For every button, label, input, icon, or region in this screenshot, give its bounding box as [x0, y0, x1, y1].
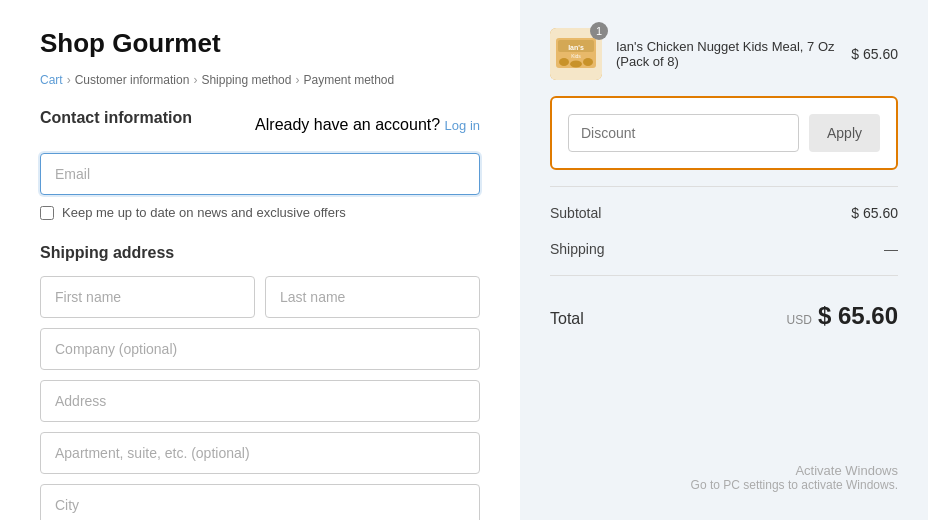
breadcrumb-cart[interactable]: Cart	[40, 73, 63, 87]
shipping-row: Shipping —	[550, 239, 898, 259]
subtotal-label: Subtotal	[550, 205, 601, 221]
svg-text:Kids: Kids	[571, 53, 581, 59]
name-row	[40, 276, 480, 318]
shipping-value: —	[884, 241, 898, 257]
breadcrumb-payment: Payment method	[303, 73, 394, 87]
svg-point-5	[559, 58, 569, 66]
total-row: Total USD $ 65.60	[550, 302, 898, 330]
city-field	[40, 484, 480, 520]
contact-header: Contact information Already have an acco…	[40, 109, 480, 141]
company-field	[40, 328, 480, 370]
breadcrumb-sep-1: ›	[67, 73, 71, 87]
address-field	[40, 380, 480, 422]
address-input[interactable]	[40, 380, 480, 422]
shipping-section: Shipping address Country United States ▼	[40, 244, 480, 520]
discount-input[interactable]	[568, 114, 799, 152]
apt-field	[40, 432, 480, 474]
email-input[interactable]	[40, 153, 480, 195]
breadcrumb-sep-3: ›	[295, 73, 299, 87]
breadcrumb-customer: Customer information	[75, 73, 190, 87]
city-input[interactable]	[40, 484, 480, 520]
product-image-wrap: Ian's Kids 1	[550, 28, 602, 80]
newsletter-checkbox-row: Keep me up to date on news and exclusive…	[40, 205, 480, 220]
product-name: Ian's Chicken Nugget Kids Meal, 7 Oz (Pa…	[616, 39, 837, 69]
apply-button[interactable]: Apply	[809, 114, 880, 152]
total-value: $ 65.60	[818, 302, 898, 330]
newsletter-checkbox[interactable]	[40, 206, 54, 220]
last-name-input[interactable]	[265, 276, 480, 318]
newsletter-label: Keep me up to date on news and exclusive…	[62, 205, 346, 220]
divider-2	[550, 275, 898, 276]
breadcrumb-sep-2: ›	[193, 73, 197, 87]
subtotal-row: Subtotal $ 65.60	[550, 203, 898, 223]
apt-input[interactable]	[40, 432, 480, 474]
breadcrumb: Cart › Customer information › Shipping m…	[40, 73, 480, 87]
activate-subtitle: Go to PC settings to activate Windows.	[550, 478, 898, 492]
activate-windows-notice: Activate Windows Go to PC settings to ac…	[550, 463, 898, 492]
total-currency: USD	[787, 313, 812, 327]
total-label: Total	[550, 310, 584, 328]
already-account-text: Already have an account? Log in	[255, 116, 480, 134]
left-panel: Shop Gourmet Cart › Customer information…	[0, 0, 520, 520]
company-input[interactable]	[40, 328, 480, 370]
subtotal-value: $ 65.60	[851, 205, 898, 221]
shop-title: Shop Gourmet	[40, 28, 480, 59]
login-link[interactable]: Log in	[445, 118, 480, 133]
activate-title: Activate Windows	[550, 463, 898, 478]
contact-title: Contact information	[40, 109, 192, 127]
svg-point-6	[570, 61, 582, 68]
divider-1	[550, 186, 898, 187]
product-price: $ 65.60	[851, 46, 898, 62]
right-panel: Ian's Kids 1 Ian's Chicken Nugget Kids M…	[520, 0, 928, 520]
first-name-input[interactable]	[40, 276, 255, 318]
svg-text:Ian's: Ian's	[568, 44, 584, 51]
total-value-wrap: USD $ 65.60	[787, 302, 898, 330]
product-quantity-badge: 1	[590, 22, 608, 40]
shipping-title: Shipping address	[40, 244, 480, 262]
svg-point-7	[583, 58, 593, 66]
shipping-label: Shipping	[550, 241, 605, 257]
discount-box: Apply	[550, 96, 898, 170]
product-row: Ian's Kids 1 Ian's Chicken Nugget Kids M…	[550, 28, 898, 80]
breadcrumb-shipping-method: Shipping method	[201, 73, 291, 87]
